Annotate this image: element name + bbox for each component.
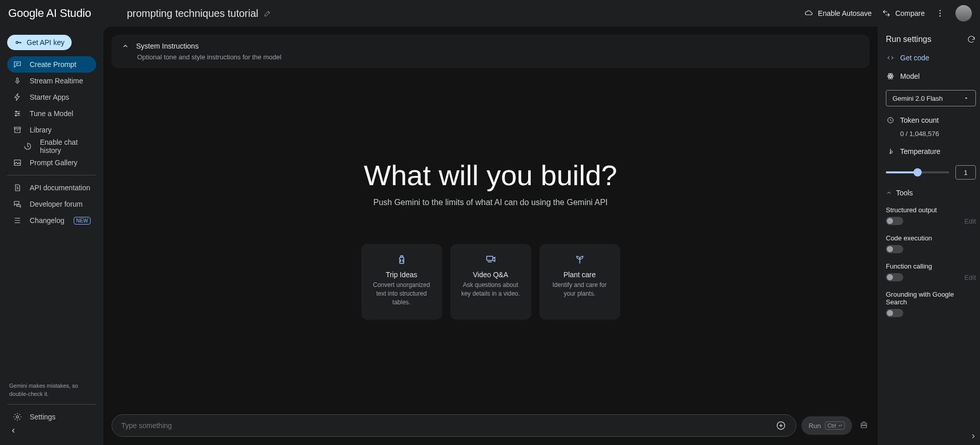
tool-label: Code execution <box>886 234 976 242</box>
temperature-row: Temperature <box>886 147 976 156</box>
sidebar-item-label: Stream Realtime <box>30 77 83 85</box>
refresh-icon <box>967 35 976 44</box>
avatar[interactable] <box>955 5 972 21</box>
sidebar-item-label: Changelog <box>30 216 64 225</box>
chevron-left-icon <box>10 427 17 434</box>
sidebar-item-prompt-gallery[interactable]: Prompt Gallery <box>7 154 96 171</box>
forum-icon <box>12 199 23 209</box>
sidebar-item-stream-realtime[interactable]: Stream Realtime <box>7 73 96 89</box>
model-value: Gemini 2.0 Flash <box>892 95 943 102</box>
sidebar-item-label: Tune a Model <box>30 109 73 118</box>
archive-icon <box>12 125 23 135</box>
grounding-toggle[interactable] <box>886 309 903 317</box>
card-desc: Convert unorganized text into structured… <box>368 281 435 306</box>
sliders-icon <box>12 108 23 119</box>
gallery-prompt-button[interactable] <box>859 420 869 431</box>
hero-subtitle: Push Gemini to the limits of what AI can… <box>373 198 607 207</box>
structured-output-toggle[interactable] <box>886 217 903 225</box>
reset-settings-button[interactable] <box>967 35 976 44</box>
sidebar-item-starter-apps[interactable]: Starter Apps <box>7 89 96 105</box>
get-api-key-button[interactable]: Get API key <box>7 35 72 50</box>
svg-point-10 <box>16 415 19 418</box>
function-calling-edit[interactable]: Edit <box>965 274 976 281</box>
svg-rect-12 <box>487 256 493 260</box>
card-trip-ideas[interactable]: Trip Ideas Convert unorganized text into… <box>361 244 442 320</box>
app-logo[interactable]: Google AI Studio <box>8 7 91 20</box>
sidebar: Get API key Create Prompt Stream Realtim… <box>0 27 103 445</box>
tool-code-execution: Code execution <box>886 234 976 253</box>
sidebar-item-api-docs[interactable]: API documentation <box>7 180 96 196</box>
get-code-link[interactable]: Get code <box>886 53 976 62</box>
settings-button[interactable]: Settings <box>7 404 96 420</box>
model-select[interactable]: Gemini 2.0 Flash <box>886 90 976 106</box>
plus-circle-icon <box>776 420 786 431</box>
tool-grounding: Grounding with Google Search <box>886 291 976 317</box>
prompt-input[interactable] <box>121 421 775 430</box>
sidebar-item-tune-model[interactable]: Tune a Model <box>7 105 96 122</box>
image-icon <box>12 158 23 168</box>
sidebar-item-label: Enable chat history <box>40 138 91 154</box>
sidebar-item-chat-history[interactable]: Enable chat history <box>7 138 96 154</box>
temperature-slider[interactable] <box>886 171 949 173</box>
code-execution-toggle[interactable] <box>886 245 903 253</box>
key-icon <box>14 38 23 47</box>
tool-label: Function calling <box>886 262 976 270</box>
tool-structured-output: Structured output Edit <box>886 206 976 225</box>
thermometer-icon <box>886 147 895 156</box>
tool-label: Structured output <box>886 206 976 214</box>
enable-autosave-button[interactable]: Enable Autosave <box>804 9 872 18</box>
svg-point-0 <box>940 10 941 11</box>
sidebar-item-library[interactable]: Library <box>7 122 96 138</box>
edit-icon[interactable] <box>264 9 272 17</box>
run-button[interactable]: Run Ctrl <box>801 416 852 435</box>
collapse-sidebar-button[interactable] <box>7 425 19 437</box>
structured-output-edit[interactable]: Edit <box>965 217 976 225</box>
tools-label: Tools <box>896 189 913 197</box>
more-vert-icon <box>935 9 945 18</box>
system-instructions-toggle[interactable]: System Instructions <box>122 42 859 50</box>
sidebar-item-dev-forum[interactable]: Developer forum <box>7 196 96 212</box>
token-label: Token count <box>900 116 939 124</box>
svg-rect-8 <box>14 127 20 129</box>
svg-point-15 <box>890 76 891 77</box>
card-title: Video Q&A <box>473 271 508 279</box>
system-instructions-placeholder[interactable]: Optional tone and style instructions for… <box>122 53 859 61</box>
add-attachment-button[interactable] <box>775 420 787 431</box>
function-calling-toggle[interactable] <box>886 273 903 281</box>
get-code-label: Get code <box>900 54 929 62</box>
plant-icon <box>574 253 586 265</box>
chevron-right-icon <box>970 433 977 440</box>
system-instructions-title: System Instructions <box>136 42 199 50</box>
tools-toggle[interactable]: Tools <box>886 189 976 197</box>
sidebar-item-create-prompt[interactable]: Create Prompt <box>7 56 96 73</box>
code-icon <box>886 53 895 62</box>
system-instructions-panel: System Instructions Optional tone and st… <box>112 35 869 68</box>
more-menu-button[interactable] <box>935 8 945 18</box>
bolt-icon <box>12 92 23 102</box>
gear-icon <box>12 412 23 422</box>
new-badge: NEW <box>74 217 91 225</box>
settings-label: Settings <box>30 413 56 421</box>
temperature-slider-row: 1 <box>886 165 976 180</box>
expand-panel-button[interactable] <box>970 433 977 442</box>
hero-section: What will you build? Push Gemini to the … <box>112 68 869 410</box>
compare-label: Compare <box>895 9 925 17</box>
chat-icon <box>12 59 23 70</box>
top-bar: Google AI Studio prompting techniques tu… <box>0 0 980 27</box>
compare-button[interactable]: Compare <box>882 9 925 18</box>
history-icon <box>23 141 33 151</box>
temperature-value[interactable]: 1 <box>955 165 976 180</box>
sidebar-item-changelog[interactable]: Changelog NEW <box>7 212 96 229</box>
card-plant-care[interactable]: Plant care Identify and care for your pl… <box>539 244 620 320</box>
card-video-qa[interactable]: Video Q&A Ask questions about key detail… <box>450 244 531 320</box>
cloud-icon <box>804 9 814 18</box>
prompt-title[interactable]: prompting techniques tutorial <box>127 8 258 19</box>
token-icon <box>886 116 895 125</box>
tool-function-calling: Function calling Edit <box>886 262 976 281</box>
model-row: Model <box>886 72 976 81</box>
luggage-icon <box>396 253 408 265</box>
card-title: Plant care <box>563 271 596 279</box>
prompt-input-container[interactable] <box>112 414 796 437</box>
svg-rect-4 <box>17 78 18 82</box>
sidebar-item-label: Create Prompt <box>30 60 76 69</box>
